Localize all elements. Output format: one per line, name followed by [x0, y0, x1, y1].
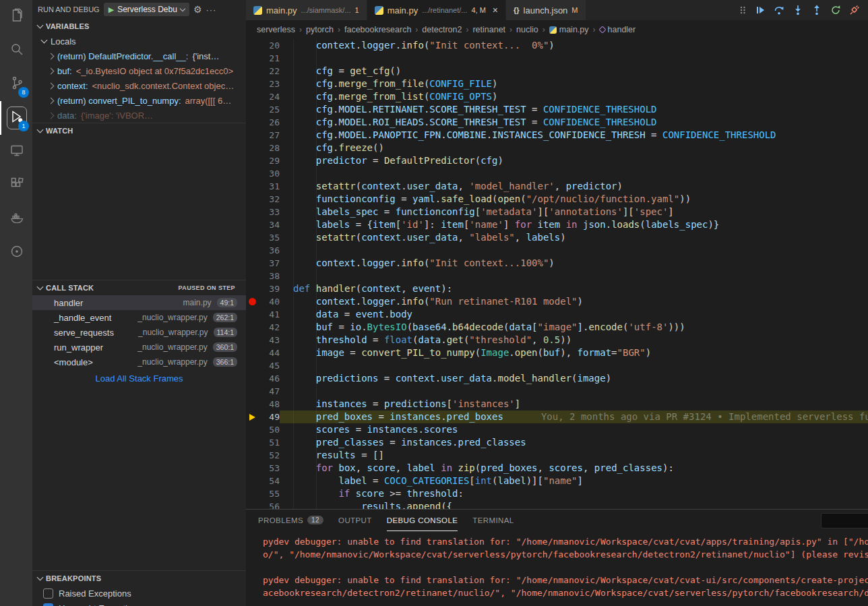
- activity-item-run-and-debug[interactable]: 1: [0, 101, 32, 135]
- restart-button[interactable]: [830, 5, 841, 16]
- breadcrumb-item[interactable]: detectron2: [422, 25, 462, 34]
- gutter-glyph-margin[interactable]: [246, 78, 259, 90]
- code-text[interactable]: results.append({: [280, 500, 868, 509]
- code-text[interactable]: pred_classes = instances.pred_classes: [280, 436, 868, 449]
- call-stack-header[interactable]: CALL STACK PAUSED ON STEP: [32, 280, 246, 295]
- breakpoints-header[interactable]: BREAKPOINTS: [32, 571, 246, 586]
- stack-frame[interactable]: <module>_nuclio_wrapper.py366:1: [32, 355, 246, 369]
- breakpoint-row[interactable]: Raised Exceptions: [32, 586, 246, 601]
- variable-row[interactable]: context:<nuclio_sdk.context.Context obje…: [32, 78, 246, 93]
- gutter-glyph-margin[interactable]: [246, 180, 259, 193]
- gutter-glyph-margin[interactable]: [246, 90, 259, 103]
- activity-item-remote-explorer[interactable]: [0, 135, 32, 169]
- breadcrumb-item[interactable]: nuclio: [516, 25, 538, 34]
- code-text[interactable]: setattr(context.user_data, 'model_handle…: [280, 180, 868, 193]
- code-text[interactable]: cfg.merge_from_list(CONFIG_OPTS): [280, 90, 868, 103]
- gutter-glyph-margin[interactable]: [246, 282, 259, 295]
- gutter-glyph-margin[interactable]: [246, 52, 259, 65]
- code-text[interactable]: def handler(context, event):: [280, 282, 868, 295]
- gutter-glyph-margin[interactable]: [246, 244, 259, 257]
- step-out-button[interactable]: [811, 5, 822, 16]
- gutter-glyph-margin[interactable]: [246, 359, 259, 372]
- activity-item-explorer[interactable]: [0, 0, 32, 34]
- breadcrumb-item[interactable]: main.py: [549, 25, 589, 34]
- gutter-glyph-margin[interactable]: [246, 231, 259, 244]
- code-text[interactable]: predictions = context.user_data.model_ha…: [280, 372, 868, 385]
- gutter-glyph-margin[interactable]: [246, 462, 259, 475]
- gutter-glyph-margin[interactable]: [246, 398, 259, 411]
- load-all-stack-frames-link[interactable]: Load All Stack Frames: [32, 369, 246, 387]
- close-tab-icon[interactable]: ×: [493, 5, 498, 15]
- gutter-glyph-margin[interactable]: [246, 142, 259, 154]
- gutter-glyph-margin[interactable]: [246, 206, 259, 218]
- code-text[interactable]: [280, 167, 868, 180]
- breadcrumb-item[interactable]: retinanet: [472, 25, 505, 34]
- gutter-glyph-margin[interactable]: [246, 436, 259, 449]
- code-text[interactable]: buf = io.BytesIO(base64.b64decode(data["…: [280, 321, 868, 334]
- breadcrumb-item[interactable]: facebookresearch: [344, 25, 411, 34]
- breadcrumb-item[interactable]: serverless: [257, 25, 295, 34]
- breakpoint-checkbox[interactable]: ✓: [43, 603, 53, 606]
- gutter-glyph-margin[interactable]: [246, 411, 259, 423]
- code-text[interactable]: cfg.merge_from_file(CONFIG_FILE): [280, 78, 868, 90]
- code-text[interactable]: [280, 270, 868, 282]
- code-text[interactable]: cfg.MODEL.PANOPTIC_FPN.COMBINE.INSTANCES…: [280, 129, 868, 142]
- activity-item-extensions[interactable]: [0, 169, 32, 202]
- gutter-glyph-margin[interactable]: [246, 372, 259, 385]
- variable-row[interactable]: (return) DefaultPredictor.__call__:{'ins…: [32, 49, 246, 63]
- gutter-glyph-margin[interactable]: [246, 500, 259, 509]
- variables-scope-locals[interactable]: Locals: [32, 34, 246, 49]
- gutter-glyph-margin[interactable]: [246, 346, 259, 359]
- code-text[interactable]: threshold = float(data.get("threshold", …: [280, 334, 868, 346]
- code-text[interactable]: labels = {item['id']: item['name'] for i…: [280, 218, 868, 231]
- variable-row[interactable]: (return) convert_PIL_to_numpy:array([[[ …: [32, 93, 246, 108]
- code-text[interactable]: cfg.MODEL.ROI_HEADS.SCORE_THRESH_TEST = …: [280, 116, 868, 129]
- variables-header[interactable]: VARIABLES: [32, 19, 246, 34]
- gutter-glyph-margin[interactable]: [246, 167, 259, 180]
- step-over-button[interactable]: [774, 5, 784, 16]
- editor-tab[interactable]: {}launch.jsonM: [506, 0, 586, 20]
- gutter-glyph-margin[interactable]: [246, 193, 259, 206]
- code-text[interactable]: context.logger.info("Init context... 0%"…: [280, 39, 868, 52]
- code-text[interactable]: cfg.freeze(): [280, 142, 868, 154]
- disconnect-button[interactable]: [849, 5, 860, 16]
- activity-item-custom-extension[interactable]: [0, 236, 32, 270]
- gutter-glyph-margin[interactable]: [246, 39, 259, 52]
- code-text[interactable]: functionconfig = yaml.safe_load(open("/o…: [280, 193, 868, 206]
- editor-tab[interactable]: main.py.../siammask/...1: [246, 0, 367, 20]
- stack-frame[interactable]: handlermain.py49:1: [32, 295, 246, 310]
- panel-tab-output[interactable]: OUTPUT: [338, 510, 372, 531]
- code-text[interactable]: context.logger.info("Run retinanet-R101 …: [280, 295, 868, 308]
- more-actions-icon[interactable]: ···: [206, 5, 216, 15]
- gutter-glyph-margin[interactable]: [246, 218, 259, 231]
- code-text[interactable]: image = convert_PIL_to_numpy(Image.open(…: [280, 346, 868, 359]
- gutter-glyph-margin[interactable]: [246, 487, 259, 500]
- code-text[interactable]: label = COCO_CATEGORIES[int(label)]["nam…: [280, 475, 868, 487]
- gutter-glyph-margin[interactable]: [246, 129, 259, 142]
- code-text[interactable]: data = event.body: [280, 308, 868, 321]
- gutter-glyph-margin[interactable]: [246, 475, 259, 487]
- activity-item-search[interactable]: [0, 34, 32, 67]
- gutter-glyph-margin[interactable]: [246, 449, 259, 462]
- launch-config-dropdown[interactable]: ▶ Serverless Debu: [104, 3, 189, 16]
- console-filter-input[interactable]: [821, 513, 868, 528]
- gutter-glyph-margin[interactable]: [246, 295, 259, 308]
- code-text[interactable]: [280, 359, 868, 372]
- breakpoint-checkbox[interactable]: [43, 588, 53, 599]
- code-text[interactable]: [280, 385, 868, 398]
- editor-tab[interactable]: main.py.../retinanet/...4, M×: [367, 0, 506, 20]
- gutter-glyph-margin[interactable]: [246, 154, 259, 167]
- code-text[interactable]: for box, score, label in zip(pred_boxes,…: [280, 462, 868, 475]
- activity-item-source-control[interactable]: 8: [0, 67, 32, 101]
- toolbar-grip-icon[interactable]: [739, 5, 747, 16]
- code-text[interactable]: if score >= threshold:: [280, 487, 868, 500]
- variable-row[interactable]: data:{'image': 'iVBOR…: [32, 108, 246, 123]
- breakpoint-row[interactable]: ✓Uncaught Exceptions: [32, 601, 246, 606]
- gutter-glyph-margin[interactable]: [246, 321, 259, 334]
- breadcrumb-item[interactable]: pytorch: [306, 25, 334, 34]
- gutter-glyph-margin[interactable]: [246, 257, 259, 270]
- watch-header[interactable]: WATCH: [32, 123, 246, 138]
- activity-item-docker[interactable]: [0, 202, 32, 236]
- code-text[interactable]: [280, 52, 868, 65]
- stack-frame[interactable]: _handle_event_nuclio_wrapper.py262:1: [32, 310, 246, 325]
